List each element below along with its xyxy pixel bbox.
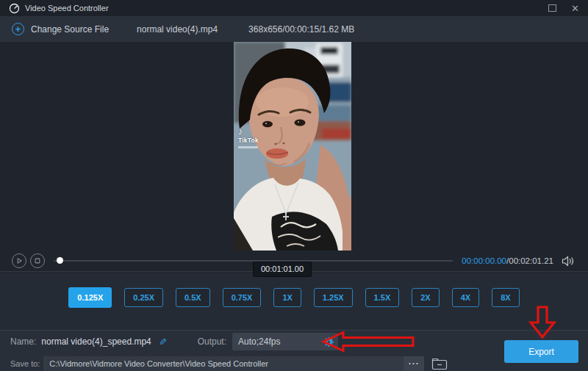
play-button[interactable] (12, 253, 26, 268)
toolbar: + Change Source File normal video(4).mp4… (0, 16, 588, 42)
tiktok-username-blur (238, 146, 258, 148)
preview-stage: ♪ TikTok (0, 42, 588, 251)
total-time: 00:02:01.21 (509, 256, 553, 265)
play-icon (12, 253, 26, 268)
folder-icon (431, 358, 448, 370)
time-display: 00:00:00.00/00:02:01.21 (462, 256, 553, 265)
speed-option-4x[interactable]: 4X (452, 288, 479, 307)
video-preview[interactable]: ♪ TikTok (234, 42, 351, 251)
name-label: Name: (10, 336, 36, 347)
speed-option-0125x[interactable]: 0.125X (68, 287, 112, 308)
speed-option-05x[interactable]: 0.5X (176, 288, 210, 307)
annotation-arrow-left (321, 331, 415, 356)
source-filename: normal video(4).mp4 (137, 24, 218, 35)
output-name-value: normal video(4)_speed.mp4 (41, 336, 151, 347)
save-path-field[interactable]: ··· (43, 356, 424, 371)
speed-options-row: 0.125X 0.25X 0.5X 0.75X 1X 1.25X 1.5X 2X… (0, 273, 588, 330)
speed-option-1x[interactable]: 1X (273, 288, 301, 307)
source-file-info: 368x656/00:00:15/1.62 MB (248, 24, 354, 35)
speed-option-2x[interactable]: 2X (412, 288, 439, 307)
open-folder-button[interactable] (431, 358, 448, 370)
save-to-label: Save to: (10, 359, 40, 368)
save-to-row: Save to: ··· (0, 356, 448, 371)
speed-option-125x[interactable]: 1.25X (314, 288, 353, 307)
output-format-value[interactable] (238, 336, 323, 347)
name-output-row: Name: normal video(4)_speed.mp4 ✎ Output… (0, 332, 338, 351)
speedometer-icon (9, 3, 20, 14)
window-title: Video Speed Controller (25, 4, 109, 12)
annotation-arrow-down (528, 306, 556, 342)
export-button[interactable]: Export (504, 340, 578, 363)
output-label: Output: (198, 336, 226, 347)
browse-button[interactable]: ··· (404, 356, 424, 371)
edit-name-icon[interactable]: ✎ (159, 336, 167, 347)
seek-time-tooltip: 00:01:01.00 (253, 262, 312, 277)
seek-handle[interactable] (57, 257, 63, 264)
speed-option-15x[interactable]: 1.5X (365, 288, 400, 307)
tiktok-watermark: ♪ TikTok (238, 127, 259, 148)
save-path-value[interactable] (49, 359, 404, 368)
output-panel: Name: normal video(4)_speed.mp4 ✎ Output… (0, 330, 588, 371)
stop-button[interactable] (30, 253, 45, 268)
stop-icon (31, 253, 44, 268)
app-window: Video Speed Controller ✕ + Change Source… (0, 0, 588, 371)
change-source-file-button[interactable]: + Change Source File (12, 23, 109, 35)
volume-button[interactable] (562, 256, 576, 267)
elapsed-time: 00:00:00.00 (462, 256, 506, 265)
plus-circle-icon: + (12, 23, 24, 35)
music-note-icon: ♪ (238, 127, 259, 136)
close-button[interactable]: ✕ (571, 4, 579, 13)
speed-option-8x[interactable]: 8X (492, 288, 519, 307)
tiktok-brand-text: TikTok (238, 137, 259, 144)
speed-option-075x[interactable]: 0.75X (223, 288, 262, 307)
maximize-button[interactable] (548, 4, 556, 12)
title-bar: Video Speed Controller ✕ (0, 0, 588, 16)
speaker-icon (562, 256, 576, 267)
speed-option-025x[interactable]: 0.25X (124, 288, 163, 307)
change-source-label: Change Source File (31, 24, 109, 35)
